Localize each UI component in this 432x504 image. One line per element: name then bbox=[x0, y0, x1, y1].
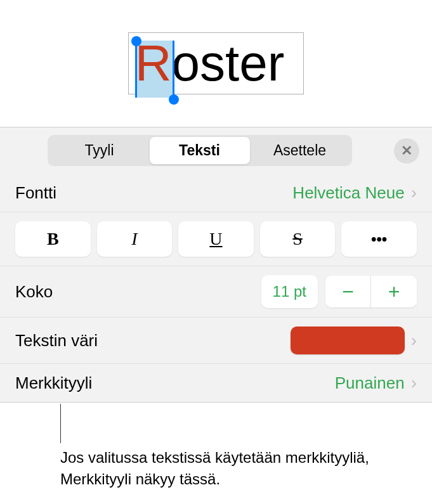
selection-handle-end[interactable] bbox=[169, 94, 179, 105]
selection-cursor-end bbox=[173, 41, 174, 98]
more-icon: ••• bbox=[371, 230, 387, 248]
size-increase-button[interactable]: + bbox=[371, 276, 417, 307]
text-color-label: Tekstin väri bbox=[15, 331, 98, 351]
tab-layout[interactable]: Asettele bbox=[250, 137, 350, 164]
tabs-row: Tyyli Teksti Asettele ✕ bbox=[0, 127, 432, 174]
bold-icon: B bbox=[47, 229, 59, 249]
callout-line bbox=[60, 404, 61, 443]
font-value-group: Helvetica Neue › bbox=[292, 183, 417, 203]
strikethrough-button[interactable]: S bbox=[260, 221, 336, 257]
chevron-right-icon: › bbox=[411, 373, 417, 393]
size-value[interactable]: 11 pt bbox=[261, 275, 318, 308]
bold-button[interactable]: B bbox=[15, 221, 91, 257]
text-color-row[interactable]: Tekstin väri › bbox=[0, 318, 432, 364]
size-decrease-button[interactable]: − bbox=[325, 276, 371, 307]
tab-style[interactable]: Tyyli bbox=[49, 137, 150, 164]
character-style-value: Punainen bbox=[335, 373, 405, 393]
font-label: Fontti bbox=[15, 183, 56, 203]
underline-button[interactable]: U bbox=[178, 221, 254, 257]
italic-icon: I bbox=[131, 229, 137, 249]
preview-text[interactable]: Roster bbox=[135, 38, 285, 89]
text-color-value-group: › bbox=[291, 326, 417, 354]
callout-text: Jos valitussa tekstissä käytetään merkki… bbox=[60, 447, 390, 489]
color-swatch[interactable] bbox=[291, 326, 405, 354]
size-label: Koko bbox=[15, 282, 53, 302]
underline-icon: U bbox=[209, 229, 222, 249]
text-box[interactable]: Roster bbox=[128, 32, 304, 94]
tab-text[interactable]: Teksti bbox=[150, 137, 250, 164]
preview-rest: oster bbox=[171, 35, 284, 91]
chevron-right-icon: › bbox=[411, 183, 417, 203]
font-row[interactable]: Fontti Helvetica Neue › bbox=[0, 174, 432, 212]
size-controls: 11 pt − + bbox=[261, 275, 417, 308]
character-style-row[interactable]: Merkkityyli Punainen › bbox=[0, 364, 432, 402]
size-row: Koko 11 pt − + bbox=[0, 266, 432, 318]
character-style-value-group: Punainen › bbox=[335, 373, 417, 393]
format-panel: Tyyli Teksti Asettele ✕ Fontti Helvetica… bbox=[0, 127, 432, 403]
size-stepper: − + bbox=[325, 276, 417, 307]
preview-area: Roster bbox=[0, 0, 432, 127]
selection-cursor-start bbox=[135, 41, 137, 98]
italic-button[interactable]: I bbox=[97, 221, 173, 257]
style-buttons-row: B I U S ••• bbox=[0, 212, 432, 266]
font-value: Helvetica Neue bbox=[292, 183, 404, 203]
close-button[interactable]: ✕ bbox=[394, 138, 419, 164]
close-icon: ✕ bbox=[401, 143, 412, 159]
character-style-label: Merkkityyli bbox=[15, 373, 92, 393]
chevron-right-icon: › bbox=[411, 330, 417, 351]
segmented-control: Tyyli Teksti Asettele bbox=[48, 135, 352, 166]
more-button[interactable]: ••• bbox=[341, 221, 417, 257]
selection-handle-start[interactable] bbox=[131, 36, 141, 46]
strikethrough-icon: S bbox=[292, 229, 303, 249]
